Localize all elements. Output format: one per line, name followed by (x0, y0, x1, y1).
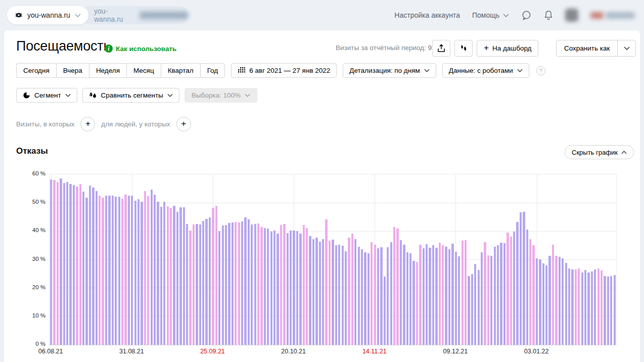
bounce-bar[interactable] (89, 186, 91, 345)
bounce-bar[interactable] (364, 252, 366, 345)
bounce-bar-weekend[interactable] (371, 242, 373, 345)
bounce-bar-weekend[interactable] (235, 222, 237, 345)
bounce-bar[interactable] (108, 196, 110, 345)
bounce-bar[interactable] (267, 229, 269, 345)
bounce-bar[interactable] (584, 270, 586, 345)
bounce-bar[interactable] (390, 242, 392, 345)
bounce-bar[interactable] (384, 277, 386, 345)
bounce-bar[interactable] (315, 238, 317, 345)
bounce-bar[interactable] (66, 182, 68, 345)
help-menu[interactable]: Помощь (472, 11, 509, 19)
period-week[interactable]: Неделя (89, 63, 126, 78)
bounce-bar[interactable] (199, 224, 201, 345)
bounce-bar[interactable] (432, 245, 434, 345)
bounce-bar[interactable] (277, 234, 279, 345)
bounce-bar[interactable] (218, 231, 220, 345)
counter-chevron-down-icon[interactable] (75, 14, 81, 17)
bounce-bar-weekend[interactable] (555, 256, 557, 345)
active-counter-tab[interactable]: you-wanna.ru (7, 6, 88, 24)
bounce-bar[interactable] (293, 231, 295, 345)
bounce-bar-weekend[interactable] (442, 245, 444, 345)
bounce-bar[interactable] (607, 277, 609, 345)
background-counter-tab[interactable]: you-wanna.ru (81, 6, 188, 24)
bounce-bar[interactable] (92, 188, 94, 345)
bounce-bar[interactable] (429, 248, 431, 345)
bounce-bar[interactable] (435, 248, 437, 345)
bounce-bar-weekend[interactable] (393, 227, 395, 345)
bounce-bar[interactable] (403, 245, 405, 345)
bounce-bar-weekend[interactable] (597, 268, 600, 345)
bounce-bar[interactable] (548, 256, 550, 345)
bounce-bar[interactable] (128, 196, 130, 345)
bounce-bar[interactable] (322, 239, 324, 345)
compare-segments-dropdown[interactable]: Сравнить сегменты (82, 88, 179, 103)
bounce-bar[interactable] (423, 248, 425, 345)
add-people-condition-button[interactable]: + (176, 117, 191, 131)
bounce-rate-bar-chart[interactable] (49, 174, 617, 345)
bounce-bar[interactable] (587, 273, 589, 345)
bounce-bar-weekend[interactable] (348, 238, 350, 345)
bounce-bar[interactable] (468, 276, 470, 345)
bounce-bar[interactable] (490, 256, 492, 345)
bounce-bar[interactable] (273, 231, 275, 345)
bounce-bar[interactable] (387, 247, 389, 345)
bounce-bar[interactable] (581, 273, 583, 345)
bounce-bar-weekend[interactable] (487, 255, 489, 345)
bounce-bar[interactable] (604, 276, 606, 345)
bounce-bar[interactable] (542, 263, 544, 345)
bounce-bar-weekend[interactable] (575, 269, 577, 345)
bounce-bar[interactable] (151, 190, 153, 345)
bounce-bar-weekend[interactable] (351, 234, 353, 345)
bounce-bar[interactable] (63, 183, 65, 345)
bounce-bar-weekend[interactable] (510, 237, 512, 345)
bounce-bar[interactable] (85, 198, 87, 345)
bounce-bar[interactable] (562, 258, 564, 345)
bounce-bar[interactable] (409, 253, 411, 345)
bounce-bar[interactable] (141, 202, 143, 345)
how-to-use-link[interactable]: i Как использовать (105, 44, 176, 53)
bounce-bar-weekend[interactable] (329, 241, 331, 345)
segment-dropdown[interactable]: Сегмент (16, 88, 77, 103)
bounce-bar[interactable] (377, 248, 379, 345)
bounce-bar[interactable] (361, 249, 363, 345)
bounce-bar[interactable] (296, 231, 298, 345)
feedback-chat-icon[interactable] (521, 10, 532, 21)
bounce-bar-weekend[interactable] (144, 191, 146, 345)
bounce-bar[interactable] (73, 185, 75, 345)
bounce-bar-weekend[interactable] (507, 233, 509, 345)
bounce-bar[interactable] (163, 202, 165, 345)
bounce-bar[interactable] (358, 247, 360, 345)
bounce-bar[interactable] (594, 269, 596, 345)
bounce-bar-weekend[interactable] (396, 229, 398, 345)
bounce-bar[interactable] (338, 245, 340, 345)
bounce-bar[interactable] (209, 217, 211, 345)
add-to-dashboard-button[interactable]: + На дашборд (477, 40, 538, 57)
bounce-bar[interactable] (50, 179, 52, 345)
bounce-bar[interactable] (183, 207, 185, 345)
bounce-bar[interactable] (332, 240, 334, 345)
bounce-bar[interactable] (225, 225, 227, 345)
bounce-bar[interactable] (458, 256, 460, 345)
bounce-bar[interactable] (513, 232, 515, 345)
bounce-bar[interactable] (494, 247, 496, 345)
bounce-bar-weekend[interactable] (260, 227, 262, 345)
date-range-button[interactable]: 6 авг 2021 — 27 янв 2022 (231, 63, 337, 78)
bounce-bar[interactable] (202, 221, 204, 345)
save-as-menu-toggle[interactable] (617, 40, 635, 56)
bounce-bar[interactable] (251, 224, 253, 345)
bounce-bar[interactable] (426, 244, 428, 345)
bounce-bar-weekend[interactable] (167, 206, 169, 345)
bounce-bar-weekend[interactable] (439, 243, 441, 345)
bounce-bar[interactable] (400, 240, 402, 345)
bounce-bar[interactable] (345, 251, 347, 345)
bounce-bar[interactable] (228, 223, 230, 345)
bounce-bar-weekend[interactable] (462, 241, 464, 345)
notifications-bell-icon[interactable] (544, 10, 553, 20)
bounce-bar-weekend[interactable] (578, 268, 580, 345)
bounce-bar-weekend[interactable] (238, 222, 240, 345)
bounce-bar[interactable] (610, 276, 612, 345)
bounce-bar[interactable] (478, 270, 480, 345)
bounce-bar[interactable] (342, 246, 344, 345)
bounce-bar[interactable] (536, 258, 538, 345)
user-avatar[interactable] (565, 9, 578, 22)
